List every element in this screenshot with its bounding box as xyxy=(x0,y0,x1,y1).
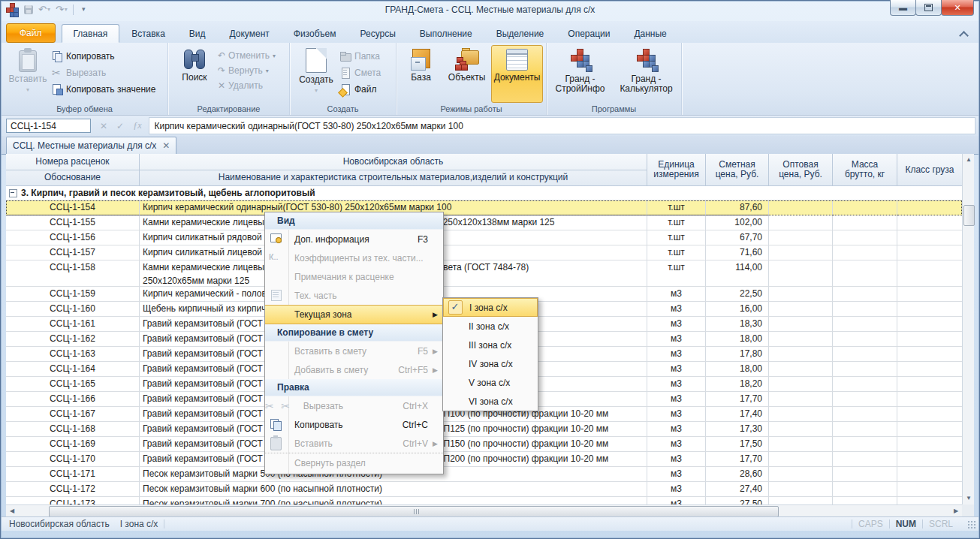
header-price[interactable]: Сметная цена, Руб. xyxy=(706,154,769,186)
header-codes[interactable]: Номера расценок Обоснование xyxy=(6,154,140,186)
documents-mode-button[interactable]: Документы xyxy=(491,45,543,103)
close-button[interactable]: ✕ xyxy=(941,0,974,16)
scroll-right-icon[interactable]: ▶ xyxy=(950,507,962,514)
menu-item-icon xyxy=(265,453,288,472)
context-menu-item[interactable]: Коэффициенты из тех. части... ▶ xyxy=(265,248,443,267)
table-row[interactable]: ССЦ-1-169 Гравий керамзитовый (ГОСТ 9759… xyxy=(6,437,962,452)
base-icon xyxy=(410,48,433,71)
minimize-button[interactable]: ▬ xyxy=(890,0,916,16)
context-menu-section-header[interactable]: Правка ▶ xyxy=(265,379,443,396)
header-opt-price[interactable]: Оптовая цена, Руб. xyxy=(769,154,833,186)
scissors-icon xyxy=(51,67,63,79)
paste-button: Вставить▾ xyxy=(5,45,51,103)
grand-stroyinfo-button[interactable]: Гранд -СтройИнфо xyxy=(550,45,611,103)
menu-item-icon xyxy=(265,434,288,453)
horizontal-scroll-thumb[interactable] xyxy=(49,506,779,517)
zone-submenu-item[interactable]: ✓ V зона с/х xyxy=(443,373,538,392)
header-name[interactable]: Новосибирская область Наименование и хар… xyxy=(140,154,647,186)
new-file-icon xyxy=(339,83,351,95)
file-button[interactable]: Файл xyxy=(339,83,381,95)
table-row[interactable]: ССЦ-1-168 Гравий керамзитовый (ГОСТ 9759… xyxy=(6,422,962,437)
header-mass[interactable]: Масса брутто, кг xyxy=(833,154,897,186)
zone-submenu-item[interactable]: ✓ I зона с/х xyxy=(443,298,538,317)
context-menu-item[interactable]: Текущая зона ▶ xyxy=(265,305,443,324)
vertical-scroll-thumb[interactable] xyxy=(963,205,975,226)
table-row[interactable]: ССЦ-1-157 Кирпич силикатный лицевой (ГОС… xyxy=(6,245,962,260)
restore-button[interactable] xyxy=(915,0,942,16)
menu-item-icon xyxy=(265,267,288,286)
zone-submenu-item[interactable]: ✓ IV зона с/х xyxy=(443,354,538,373)
group-label-programs: Программы xyxy=(547,104,681,113)
objects-mode-button[interactable]: Объекты xyxy=(444,45,490,103)
header-cargo-class[interactable]: Класс груза xyxy=(897,154,962,186)
ribbon-tab[interactable]: Ресурсы xyxy=(348,24,408,43)
scroll-left-icon[interactable]: ◀ xyxy=(6,507,18,514)
copy-value-button[interactable]: Копировать значение xyxy=(51,83,155,95)
table-row[interactable]: ССЦ-1-158 Камни керамические лицевые с г… xyxy=(6,260,962,287)
collapse-ribbon-button[interactable] xyxy=(957,30,969,39)
context-menu-item[interactable]: Вставить Ctrl+V ▶ xyxy=(265,434,443,453)
context-menu-item[interactable]: Доп. информация F3 ▶ xyxy=(265,230,443,248)
collapse-section-icon[interactable] xyxy=(9,189,17,197)
horizontal-scrollbar[interactable]: ◀ ▶ xyxy=(6,504,962,516)
num-indicator: NUM xyxy=(896,519,916,529)
create-button[interactable]: Создать▾ xyxy=(293,45,339,103)
grand-calculator-button[interactable]: Гранд -Калькулятор xyxy=(615,45,678,103)
ribbon-tab-row: Файл ГлавнаяВставкаВидДокументФизобъемРе… xyxy=(2,21,978,43)
context-menu-section-header[interactable]: Вид ▶ xyxy=(265,212,443,230)
context-menu-item[interactable]: Примечания к расценке ▶ xyxy=(265,267,443,286)
base-mode-button[interactable]: База xyxy=(400,45,442,103)
context-menu-item[interactable]: Копировать Ctrl+C ▶ xyxy=(265,415,443,434)
name-field[interactable]: Кирпич керамический одинарный(ГОСТ 530-8… xyxy=(149,117,975,134)
group-label-modes: Режимы работы xyxy=(397,104,546,113)
file-tab[interactable]: Файл xyxy=(6,23,56,43)
search-button[interactable]: Поиск xyxy=(171,45,218,103)
ribbon-tab[interactable]: Физобъем xyxy=(282,24,348,43)
table-row[interactable]: ССЦ-1-156 Кирпич силикатный рядовой (ГОС… xyxy=(6,230,962,245)
tab-close-icon[interactable]: ✕ xyxy=(162,140,170,151)
status-zone: I зона с/х xyxy=(120,519,158,529)
submenu-arrow-icon: ▶ xyxy=(433,366,443,374)
scroll-up-icon[interactable]: ▲ xyxy=(963,154,974,166)
ribbon-tab[interactable]: Операции xyxy=(556,24,622,43)
ribbon-tab[interactable]: Вид xyxy=(177,24,218,43)
context-menu: Вид ▶ Доп. информация F3 ▶ Коэффициенты … xyxy=(264,212,444,474)
grand-stroyinfo-icon xyxy=(568,48,593,72)
table-row[interactable]: ССЦ-1-170 Гравий керамзитовый (ГОСТ 9759… xyxy=(6,452,962,467)
scroll-down-icon[interactable]: ▼ xyxy=(963,492,974,504)
copy-button[interactable]: Копировать xyxy=(51,50,155,62)
header-unit[interactable]: Единица измерения xyxy=(647,154,706,186)
ribbon-tab[interactable]: Главная xyxy=(62,24,120,43)
section-row[interactable]: 3. Кирпич, гравий и песок керамзитовый, … xyxy=(6,186,962,200)
ribbon-tab[interactable]: Выполнение xyxy=(408,24,484,43)
context-menu-item[interactable]: Вырезать Ctrl+X ▶ xyxy=(265,396,443,415)
ribbon-tab[interactable]: Вставка xyxy=(119,24,177,43)
table-row[interactable]: ССЦ-1-155 Камни керамические лицевые с г… xyxy=(6,215,962,230)
ribbon-group-create: Создать▾ Папка Смета Файл Создать xyxy=(290,43,397,115)
zone-submenu-item[interactable]: ✓ VI зона с/х xyxy=(443,392,538,411)
menu-item-icon xyxy=(265,360,288,379)
table-row[interactable]: ССЦ-1-172 Песок керамзитовый марки 600 (… xyxy=(6,482,962,497)
ribbon-tab[interactable]: Документ xyxy=(218,24,282,43)
document-tab[interactable]: ССЦ. Местные материалы для с/х ✕ xyxy=(6,137,176,154)
zone-submenu-item[interactable]: ✓ III зона с/х xyxy=(443,336,538,354)
context-menu-item[interactable]: Свернуть раздел ▶ xyxy=(265,453,443,472)
resize-grip[interactable] xyxy=(968,521,975,528)
table-row[interactable]: ССЦ-1-154 Кирпич керамический одинарный(… xyxy=(6,200,962,215)
ribbon-tab[interactable]: Данные xyxy=(622,24,678,43)
context-menu-item[interactable]: Тех. часть ▶ xyxy=(265,286,443,305)
table-row[interactable]: ССЦ-1-171 Песок керамзитовый марки 500 (… xyxy=(6,467,962,482)
code-input[interactable]: ССЦ-1-154 xyxy=(6,119,91,133)
ribbon-group-modes: База Объекты Документы Режимы работы xyxy=(397,43,547,115)
ribbon-tab[interactable]: Выделение xyxy=(484,24,556,43)
check-icon: ✓ xyxy=(448,300,463,315)
menu-item-icon xyxy=(274,396,297,415)
zone-submenu-item[interactable]: ✓ II зона с/х xyxy=(443,317,538,336)
context-menu-item[interactable]: Добавить в смету Ctrl+F5 ▶ xyxy=(265,360,443,379)
delete-button: ✕Удалить xyxy=(218,80,276,91)
context-menu-section-header[interactable]: Копирование в смету ▶ xyxy=(265,324,443,342)
cancel-icon: ✕ xyxy=(100,121,107,131)
fx-icon: ƒx xyxy=(133,120,141,131)
context-menu-item[interactable]: Вставить в смету F5 ▶ xyxy=(265,342,443,360)
vertical-scrollbar[interactable]: ▲ ▼ xyxy=(962,154,974,504)
